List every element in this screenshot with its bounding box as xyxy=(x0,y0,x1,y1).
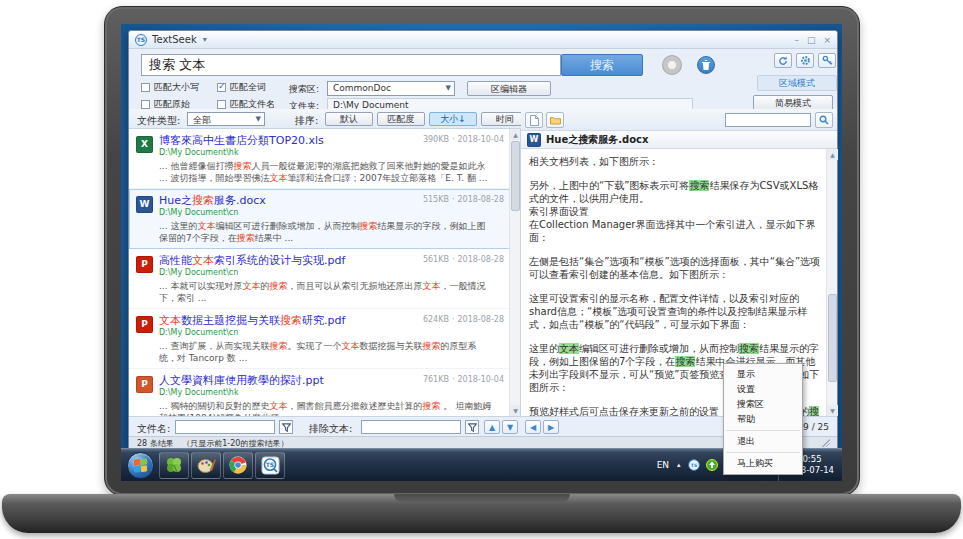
paint-palette-icon xyxy=(197,457,216,474)
scroll-down-icon[interactable]: ▼ xyxy=(827,405,838,416)
title-menu-caret-icon[interactable]: ▾ xyxy=(203,35,207,44)
word-file-icon: W xyxy=(136,196,153,213)
result-snippet: ... 本就可以实现对原文本的搜索，而且可以从索引无损地还原出原文本，一般情况下… xyxy=(159,280,494,304)
textseek-icon: TS xyxy=(261,456,280,475)
match-case-checkbox[interactable]: 匹配大小写 xyxy=(141,81,199,94)
scrollbar-thumb[interactable] xyxy=(511,141,520,211)
open-file-button[interactable] xyxy=(525,112,543,128)
results-scrollbar[interactable]: ▲ ▼ xyxy=(509,129,520,416)
preview-search-input[interactable] xyxy=(725,113,811,127)
preview-paragraph: 在Collection Manager界面选择其中一个索引进入，显示如下界面： xyxy=(529,218,821,244)
taskbar-app-chrome[interactable] xyxy=(223,452,253,479)
match-word-checkbox[interactable]: 匹配全词 xyxy=(217,81,266,94)
refresh-button[interactable] xyxy=(774,53,792,68)
clear-trash-button[interactable] xyxy=(697,56,715,74)
gear-icon xyxy=(800,55,811,66)
preview-search-button[interactable] xyxy=(815,112,833,128)
close-button[interactable]: × xyxy=(823,32,831,48)
textseek-logo-icon: TS xyxy=(135,34,147,46)
preview-scrollbar[interactable]: ▲ ▼ xyxy=(826,149,837,416)
safety-tray-icon[interactable] xyxy=(706,459,719,472)
result-size: 561KB xyxy=(423,255,449,264)
result-snippet: ... 这里的文本编辑区可进行删除或增加，从而控制搜索结果显示的字段，例如上图保… xyxy=(159,220,494,244)
filename-funnel-button[interactable] xyxy=(279,420,293,434)
filename-filter-label: 文件名: xyxy=(137,422,170,436)
chrome-icon xyxy=(229,456,247,474)
license-button[interactable] xyxy=(818,53,836,68)
menu-item-buy-now[interactable]: 马上购买 xyxy=(724,456,802,471)
filetype-dropdown[interactable]: 全部 ▼ xyxy=(187,112,265,126)
filter-row: 文件名: 排除文本: ▲ ▼ xyxy=(129,416,521,436)
next-hit-button[interactable]: ▶ xyxy=(543,420,559,434)
scrollbar-thumb[interactable] xyxy=(828,294,837,382)
pdf-file-icon: P xyxy=(136,316,153,333)
prev-hit-button[interactable]: ◀ xyxy=(525,420,541,434)
match-word-label: 匹配全词 xyxy=(230,81,266,94)
search-button[interactable]: 搜索 xyxy=(561,54,643,76)
result-date: 2018-08-28 xyxy=(458,315,505,324)
preview-paragraph: 左侧是包括“集合”选项和“模板”选项的选择面板，其中“集合”选项可以查看索引创建… xyxy=(529,255,821,281)
key-icon xyxy=(822,55,833,66)
open-folder-button[interactable] xyxy=(546,112,564,128)
exclude-funnel-button[interactable] xyxy=(465,420,479,434)
result-row[interactable]: P 561KB·2018-08-28 高性能文本索引系统的设计与实现.pdf D… xyxy=(129,249,520,309)
sort-relevance-button[interactable]: 匹配度 xyxy=(377,112,425,126)
result-snippet: ... 查询扩展，从而实现关联搜索。实现了一个文本数据挖掘与关联搜索的原型系统，… xyxy=(159,340,494,364)
scroll-up-icon[interactable]: ▲ xyxy=(510,129,521,140)
checkbox-icon[interactable] xyxy=(217,83,226,92)
scroll-down-icon[interactable]: ▼ xyxy=(510,405,521,416)
menu-item-settings[interactable]: 设置 xyxy=(724,382,802,397)
zone-editor-button[interactable]: 区编辑器 xyxy=(467,81,551,96)
menu-item-exit[interactable]: 退出 xyxy=(724,434,802,449)
resize-grip[interactable] xyxy=(822,439,830,447)
menu-item-search-zone[interactable]: 搜索区 xyxy=(724,397,802,412)
result-date: 2018-10-04 xyxy=(458,375,505,384)
sort-size-button[interactable]: 大小↓ xyxy=(429,112,477,126)
menu-item-show[interactable]: 显示 xyxy=(724,367,802,382)
laptop-base-notch xyxy=(394,494,570,502)
taskbar-app-clover[interactable] xyxy=(159,452,189,479)
settings-button[interactable] xyxy=(796,53,814,68)
funnel-icon xyxy=(468,423,477,432)
show-hidden-icons[interactable]: ▴ xyxy=(677,461,681,469)
result-size: 515KB xyxy=(423,195,449,204)
textseek-tray-icon[interactable]: TS xyxy=(688,459,701,472)
prev-result-button[interactable]: ▲ xyxy=(484,420,500,434)
taskbar-app-paint[interactable] xyxy=(191,452,221,479)
results-list: X 390KB·2018-10-04 博客來高中生書店分類TOP20.xls D… xyxy=(129,129,521,416)
taskbar-app-textseek[interactable]: TS xyxy=(255,452,285,479)
next-result-button[interactable]: ▼ xyxy=(502,420,518,434)
clover-icon xyxy=(165,456,183,474)
results-list-header: 文件类型: 全部 ▼ 排序: 默认 匹配度 大小↓ 时间 xyxy=(129,109,521,129)
result-row[interactable]: X 390KB·2018-10-04 博客來高中生書店分類TOP20.xls D… xyxy=(129,129,520,189)
result-date: 2018-08-28 xyxy=(458,195,505,204)
checkbox-icon[interactable] xyxy=(141,100,150,109)
zone-mode-button[interactable]: 区域模式 xyxy=(757,75,837,91)
result-row[interactable]: P 624KB·2018-08-28 文本数据主题挖掘与关联搜索研究.pdf D… xyxy=(129,309,520,369)
exclude-text-label: 排除文本: xyxy=(309,422,352,436)
result-row[interactable]: P 761KB·2018-10-04 人文學資料庫使用教學的探討.ppt D:\… xyxy=(129,369,520,416)
result-count: 28 条结果 xyxy=(137,439,174,448)
menu-item-help[interactable]: 帮助 xyxy=(724,412,802,427)
result-snippet: ... 他曾經像個打撈搜索人員一般從最泥濘的湖底把她救了回來他對她的愛是如此永 … xyxy=(159,160,494,184)
minimize-button[interactable]: – xyxy=(794,32,799,48)
window-titlebar[interactable]: TS TextSeek ▾ – □ × xyxy=(129,31,837,49)
checkbox-icon[interactable] xyxy=(141,83,150,92)
scroll-up-icon[interactable]: ▲ xyxy=(827,149,838,160)
sort-default-button[interactable]: 默认 xyxy=(325,112,373,126)
preview-paragraph: 索引界面设置 xyxy=(529,205,821,218)
search-zone-dropdown[interactable]: CommonDoc ▼ xyxy=(327,81,455,96)
start-button[interactable] xyxy=(127,452,154,479)
word-file-icon: W xyxy=(527,133,541,147)
language-indicator[interactable]: EN xyxy=(657,460,669,470)
maximize-button[interactable]: □ xyxy=(807,32,816,48)
exclude-text-input[interactable] xyxy=(361,420,461,434)
filename-filter-input[interactable] xyxy=(175,420,275,434)
result-date: 2018-10-04 xyxy=(458,135,505,144)
record-button[interactable] xyxy=(663,56,681,74)
checkbox-icon[interactable] xyxy=(217,100,226,109)
result-meta: 624KB·2018-08-28 xyxy=(423,315,504,324)
result-row-selected[interactable]: W 515KB·2018-08-28 Hue之搜索服务.docx D:\My D… xyxy=(129,189,520,249)
menu-separator xyxy=(726,430,800,431)
search-input[interactable] xyxy=(141,54,561,76)
